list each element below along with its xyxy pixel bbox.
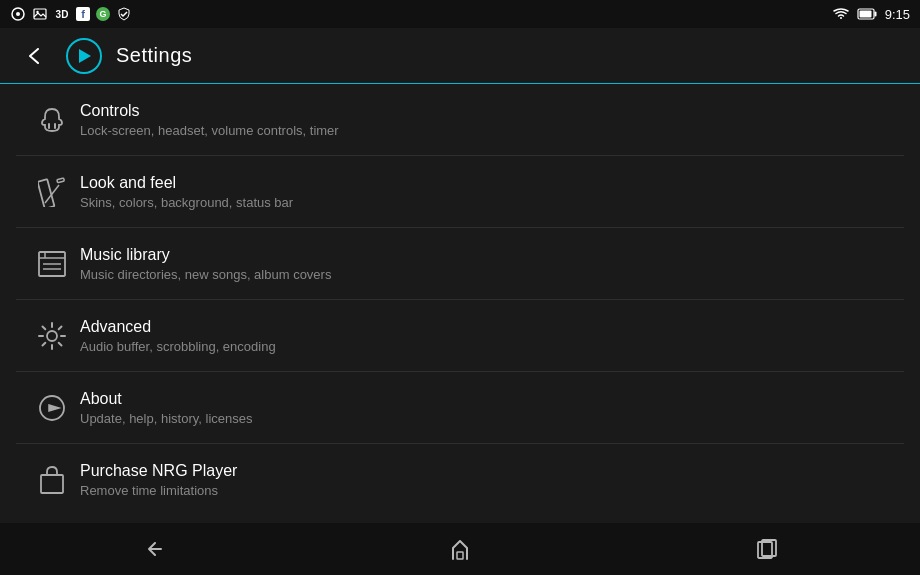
about-text: About Update, help, history, licenses (80, 390, 896, 426)
look-feel-icon (24, 177, 80, 207)
fb-icon: f (76, 7, 90, 21)
shield-icon (116, 6, 132, 22)
status-right: 9:15 (833, 7, 910, 22)
about-title: About (80, 390, 896, 408)
svg-rect-5 (874, 12, 876, 17)
settings-item-controls[interactable]: Controls Lock-screen, headset, volume co… (16, 84, 904, 156)
settings-item-about[interactable]: About Update, help, history, licenses (16, 372, 904, 444)
look-feel-subtitle: Skins, colors, background, status bar (80, 195, 896, 210)
settings-list: Controls Lock-screen, headset, volume co… (0, 84, 920, 516)
go-icon: G (96, 7, 110, 21)
advanced-text: Advanced Audio buffer, scrobbling, encod… (80, 318, 896, 354)
bottom-nav (0, 523, 920, 575)
music-library-icon (24, 250, 80, 278)
svg-rect-11 (57, 177, 65, 182)
3d-icon: 3D (54, 6, 70, 22)
image-icon (32, 6, 48, 22)
svg-rect-6 (859, 11, 871, 18)
recents-nav-button[interactable] (737, 529, 797, 569)
screen-icon (10, 6, 26, 22)
top-bar: Settings (0, 28, 920, 84)
settings-item-purchase[interactable]: Purchase NRG Player Remove time limitati… (16, 444, 904, 516)
back-nav-button[interactable] (123, 529, 183, 569)
purchase-subtitle: Remove time limitations (80, 483, 896, 498)
wifi-icon (833, 8, 849, 20)
controls-title: Controls (80, 102, 896, 120)
settings-item-advanced[interactable]: Advanced Audio buffer, scrobbling, encod… (16, 300, 904, 372)
music-library-subtitle: Music directories, new songs, album cove… (80, 267, 896, 282)
music-library-title: Music library (80, 246, 896, 264)
about-subtitle: Update, help, history, licenses (80, 411, 896, 426)
advanced-subtitle: Audio buffer, scrobbling, encoding (80, 339, 896, 354)
look-feel-title: Look and feel (80, 174, 896, 192)
about-icon (24, 393, 80, 423)
purchase-title: Purchase NRG Player (80, 462, 896, 480)
home-nav-button[interactable] (430, 529, 490, 569)
back-button[interactable] (16, 38, 52, 74)
svg-rect-20 (41, 475, 63, 493)
page-title: Settings (116, 44, 192, 67)
controls-icon (24, 105, 80, 135)
app-logo (66, 38, 102, 74)
controls-subtitle: Lock-screen, headset, volume controls, t… (80, 123, 896, 138)
play-triangle-icon (79, 49, 91, 63)
svg-marker-19 (49, 405, 59, 411)
purchase-icon (24, 465, 80, 495)
status-icons: 3D f G (10, 6, 132, 22)
settings-item-look-and-feel[interactable]: Look and feel Skins, colors, background,… (16, 156, 904, 228)
svg-rect-21 (457, 552, 463, 559)
svg-rect-2 (34, 9, 46, 19)
svg-point-17 (47, 331, 57, 341)
look-feel-text: Look and feel Skins, colors, background,… (80, 174, 896, 210)
time-display: 9:15 (885, 7, 910, 22)
purchase-text: Purchase NRG Player Remove time limitati… (80, 462, 896, 498)
music-library-text: Music library Music directories, new son… (80, 246, 896, 282)
battery-icon (857, 8, 877, 20)
advanced-icon (24, 321, 80, 351)
settings-item-music-library[interactable]: Music library Music directories, new son… (16, 228, 904, 300)
status-bar: 3D f G 9:15 (0, 0, 920, 28)
svg-point-1 (16, 12, 20, 16)
advanced-title: Advanced (80, 318, 896, 336)
controls-text: Controls Lock-screen, headset, volume co… (80, 102, 896, 138)
